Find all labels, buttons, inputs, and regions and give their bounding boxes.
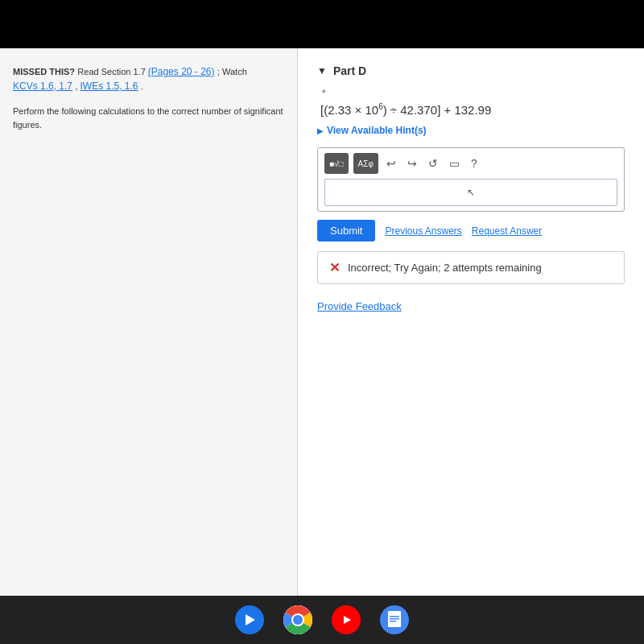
missed-this-section: MISSED THIS? Read Section 1.7 (Pages 20 … <box>13 64 284 93</box>
incorrect-icon: ✕ <box>329 260 340 275</box>
symbol-button[interactable]: AΣφ <box>353 153 378 174</box>
bottom-actions: Submit Previous Answers Request Answer <box>317 220 625 242</box>
answer-input[interactable] <box>324 179 617 206</box>
svg-rect-8 <box>390 618 399 620</box>
collapse-arrow-icon[interactable]: ▼ <box>317 65 327 76</box>
view-hint-text: View Available Hint(s) <box>327 125 427 136</box>
redo-icon: ↪ <box>407 157 417 170</box>
view-hint-section[interactable]: ▶ View Available Hint(s) <box>317 125 625 136</box>
svg-marker-0 <box>246 614 255 625</box>
docs-icon[interactable] <box>380 605 409 634</box>
chrome-icon[interactable] <box>283 605 312 634</box>
feedback-text: Incorrect; Try Again; 2 attempts remaini… <box>348 262 542 274</box>
help-button[interactable]: ? <box>468 155 481 171</box>
feedback-box: ✕ Incorrect; Try Again; 2 attempts remai… <box>317 251 625 284</box>
play-icon[interactable] <box>235 605 264 634</box>
right-panel: ▼ Part D ✦ [(2.33 × 106) ÷ 42.370] + 132… <box>298 48 644 596</box>
iwes-link[interactable]: IWEs 1.5, 1.6 <box>80 80 138 92</box>
pages-link[interactable]: (Pages 20 - 26) <box>148 66 215 77</box>
part-d-header: ▼ Part D <box>317 64 625 77</box>
undo-icon: ↩ <box>386 157 396 170</box>
svg-rect-9 <box>390 621 396 622</box>
symbol-icon: AΣφ <box>358 159 374 168</box>
keyboard-button[interactable]: ▭ <box>446 155 463 171</box>
input-wrapper: ↖ <box>324 179 617 206</box>
part-d-label: Part D <box>333 64 366 77</box>
redo-button[interactable]: ↪ <box>404 155 420 171</box>
keyboard-icon: ▭ <box>449 157 460 170</box>
previous-answers-button[interactable]: Previous Answers <box>385 225 461 237</box>
hint-arrow-icon: ▶ <box>317 126 324 135</box>
math-symbol-icon: ■√□ <box>329 159 344 168</box>
equation-display: [(2.33 × 106) ÷ 42.370] + 132.99 <box>320 102 625 117</box>
taskbar <box>0 596 644 644</box>
youtube-icon[interactable] <box>332 605 361 634</box>
dots-decoration: ✦ <box>320 87 625 96</box>
answer-box-container: ■√□ AΣφ ↩ ↪ ↺ ▭ ? <box>317 147 625 212</box>
top-bar <box>0 0 644 48</box>
kcvs-link[interactable]: KCVs 1.6, 1.7 <box>13 80 72 92</box>
toolbar: ■√□ AΣφ ↩ ↪ ↺ ▭ ? <box>324 153 617 174</box>
math-editor-button[interactable]: ■√□ <box>324 153 349 174</box>
perform-text: Perform the following calculations to th… <box>13 105 284 131</box>
reset-button[interactable]: ↺ <box>425 155 441 171</box>
missed-this-label: MISSED THIS? <box>13 67 75 76</box>
watch-text: ; Watch <box>217 67 247 76</box>
request-answer-button[interactable]: Request Answer <box>472 225 542 237</box>
undo-button[interactable]: ↩ <box>383 155 399 171</box>
svg-rect-7 <box>390 616 399 617</box>
missed-this-text: Read Section 1.7 <box>77 67 147 76</box>
reset-icon: ↺ <box>428 157 438 170</box>
left-panel: MISSED THIS? Read Section 1.7 (Pages 20 … <box>0 48 298 596</box>
screen: MISSED THIS? Read Section 1.7 (Pages 20 … <box>0 48 644 596</box>
help-icon: ? <box>471 157 477 170</box>
provide-feedback-link[interactable]: Provide Feedback <box>317 300 625 312</box>
svg-point-3 <box>293 615 303 625</box>
submit-button[interactable]: Submit <box>317 220 375 242</box>
